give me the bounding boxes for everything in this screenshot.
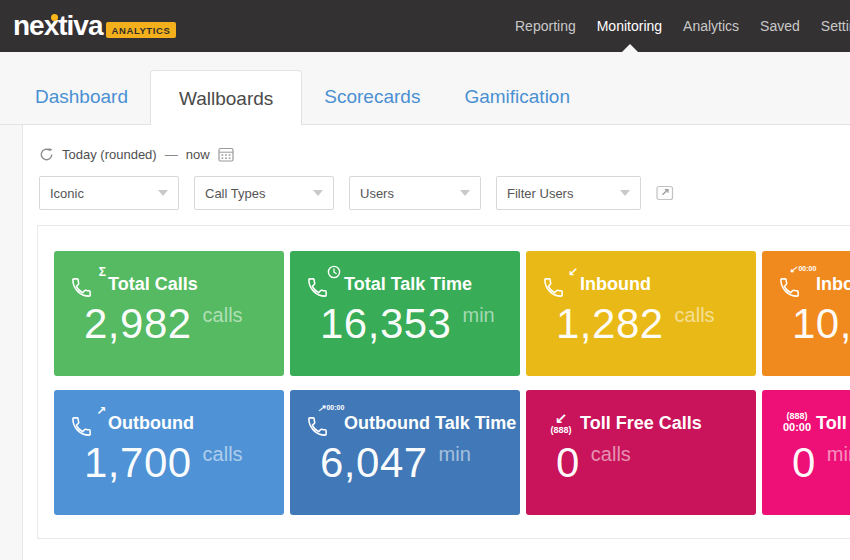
analytics-badge: ANALYTICS — [106, 22, 177, 38]
card-unit: min — [439, 443, 471, 466]
tab-dashboard[interactable]: Dashboard — [13, 69, 150, 124]
chevron-down-icon — [620, 190, 630, 196]
nav-analytics[interactable]: Analytics — [683, 18, 739, 34]
card-row: ↗ Outbound 1,700 calls ↗00:00 Outbound T… — [54, 390, 850, 515]
nav-settings[interactable]: Settings — [821, 18, 850, 34]
date-range-control[interactable]: Today (rounded) — now — [62, 147, 210, 162]
date-end-label: now — [186, 147, 210, 162]
dropdown-value: Users — [360, 186, 394, 201]
dropdown-value: Iconic — [50, 186, 84, 201]
date-range-label: Today (rounded) — [62, 147, 157, 162]
card-value: 6,047 — [320, 442, 428, 484]
phone-clock-icon — [306, 268, 344, 300]
nav-saved[interactable]: Saved — [760, 18, 800, 34]
date-filter-row: Today (rounded) — now — [23, 125, 850, 162]
phone-outbound-icon: ↗ — [70, 407, 108, 439]
phone-inbound-time-icon: ↙00:00 — [778, 268, 816, 300]
card-value: 0 — [556, 442, 580, 484]
tab-gamification[interactable]: Gamification — [442, 69, 592, 124]
card-title: Inbound — [580, 274, 651, 295]
metric-card-toll-free-min[interactable]: (888) 00:00 Toll F 0 min — [762, 390, 850, 515]
clock-icon — [327, 265, 341, 279]
metric-card-inbound-talk-time[interactable]: ↙00:00 Inbou 10,3 — [762, 251, 850, 376]
card-row: Σ Total Calls 2,982 calls — [54, 251, 850, 376]
nextiva-logo[interactable]: nextiva ANALYTICS — [13, 12, 176, 40]
card-title: Outbound Talk Time — [344, 413, 516, 434]
main-content: Today (rounded) — now Iconic Call Types — [22, 125, 850, 560]
card-title: Inbou — [816, 274, 850, 295]
primary-nav: Reporting Monitoring Analytics Saved Set… — [515, 0, 850, 52]
card-unit: min — [462, 304, 494, 327]
tab-bar: Dashboard Wallboards Scorecards Gamifica… — [0, 52, 850, 125]
phone-outbound-time-icon: ↗00:00 — [306, 407, 344, 439]
date-separator: — — [163, 147, 180, 162]
tollfree-time-icon: (888) 00:00 — [778, 407, 816, 439]
metric-card-outbound-talk-time[interactable]: ↗00:00 Outbound Talk Time 6,047 min — [290, 390, 520, 515]
card-value: 10,3 — [792, 303, 850, 345]
card-unit: calls — [203, 304, 243, 327]
tab-wallboards[interactable]: Wallboards — [150, 70, 302, 125]
tab-scorecards[interactable]: Scorecards — [302, 69, 442, 124]
chevron-down-icon — [313, 190, 323, 196]
card-title: Outbound — [108, 413, 194, 434]
refresh-icon[interactable] — [39, 147, 54, 162]
phone-inbound-icon: ↙ — [542, 268, 580, 300]
dropdown-users[interactable]: Users — [349, 176, 481, 210]
chevron-down-icon — [460, 190, 470, 196]
dropdown-call-types[interactable]: Call Types — [194, 176, 334, 210]
card-value: 1,700 — [84, 442, 192, 484]
nav-monitoring[interactable]: Monitoring — [597, 18, 662, 34]
card-title: Toll F — [816, 413, 850, 434]
wallboard-panel: Σ Total Calls 2,982 calls — [37, 225, 850, 539]
card-unit: calls — [675, 304, 715, 327]
nav-reporting[interactable]: Reporting — [515, 18, 576, 34]
open-in-new-icon[interactable] — [656, 185, 674, 201]
metric-card-total-talk-time[interactable]: Total Talk Time 16,353 min — [290, 251, 520, 376]
chevron-down-icon — [158, 190, 168, 196]
card-value: 1,282 — [556, 303, 664, 345]
logo-dot-icon — [51, 14, 58, 21]
phone-sum-icon: Σ — [70, 268, 108, 300]
card-title: Toll Free Calls — [580, 413, 702, 434]
dropdown-value: Filter Users — [507, 186, 573, 201]
card-value: 0 — [792, 442, 816, 484]
metric-card-outbound[interactable]: ↗ Outbound 1,700 calls — [54, 390, 284, 515]
card-title: Total Calls — [108, 274, 198, 295]
tollfree-inbound-icon: ↙ (888) — [542, 407, 580, 439]
metric-card-total-calls[interactable]: Σ Total Calls 2,982 calls — [54, 251, 284, 376]
filter-dropdown-row: Iconic Call Types Users Filter Users — [39, 176, 850, 210]
active-nav-pointer — [622, 44, 638, 52]
metric-card-toll-free-calls[interactable]: ↙ (888) Toll Free Calls 0 calls — [526, 390, 756, 515]
card-title: Total Talk Time — [344, 274, 472, 295]
card-unit: min — [827, 443, 850, 466]
top-navigation-bar: nextiva ANALYTICS Reporting Monitoring A… — [0, 0, 850, 52]
card-unit: calls — [203, 443, 243, 466]
card-value: 2,982 — [84, 303, 192, 345]
card-value: 16,353 — [320, 303, 451, 345]
metric-card-inbound[interactable]: ↙ Inbound 1,282 calls — [526, 251, 756, 376]
dropdown-filter-users[interactable]: Filter Users — [496, 176, 641, 210]
calendar-icon[interactable] — [218, 147, 234, 162]
dropdown-value: Call Types — [205, 186, 265, 201]
dropdown-iconic[interactable]: Iconic — [39, 176, 179, 210]
card-unit: calls — [591, 443, 631, 466]
